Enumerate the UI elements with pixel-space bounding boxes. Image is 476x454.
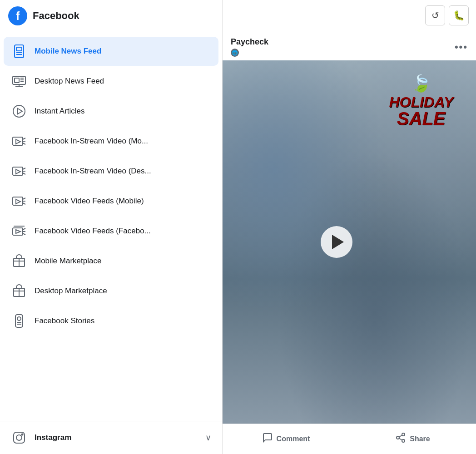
instagram-left: Instagram — [11, 429, 71, 446]
app-title: Facebook — [33, 10, 79, 22]
video-instream-desktop-icon — [11, 163, 27, 179]
sidebar-item-label: Mobile News Feed — [35, 47, 101, 56]
instagram-icon — [11, 429, 27, 446]
sidebar-item-fb-video-feeds-mobile[interactable]: Facebook Video Feeds (Mobile) — [4, 187, 218, 216]
svg-rect-18 — [13, 167, 23, 175]
instagram-label: Instagram — [35, 433, 71, 442]
svg-line-51 — [399, 435, 402, 437]
sidebar-item-label: Desktop Marketplace — [35, 286, 107, 296]
video-instream-mobile-icon — [11, 133, 27, 149]
globe-icon: 🌐 — [231, 49, 239, 57]
instagram-section: Instagram ∨ — [0, 421, 222, 454]
post-image-container: 🍃 HOLIDAY SALE — [223, 60, 476, 424]
holiday-sale-badge: 🍃 HOLIDAY SALE — [389, 74, 453, 128]
facebook-logo-icon: f — [8, 6, 27, 25]
sidebar-item-fb-instream-mobile[interactable]: Facebook In-Stream Video (Mo... — [4, 127, 218, 156]
sidebar-item-mobile-marketplace[interactable]: Mobile Marketplace — [4, 247, 218, 276]
sidebar-header: f Facebook — [0, 0, 222, 32]
more-options-button[interactable]: ••• — [455, 41, 468, 53]
svg-point-46 — [22, 434, 23, 435]
refresh-icon: ↺ — [431, 10, 439, 21]
sidebar-item-label: Facebook In-Stream Video (Des... — [35, 167, 151, 176]
svg-point-47 — [402, 433, 405, 436]
svg-point-45 — [16, 435, 22, 440]
sidebar-item-label: Facebook Video Feeds (Facebo... — [35, 227, 151, 236]
sidebar-item-fb-instream-desktop[interactable]: Facebook In-Stream Video (Des... — [4, 157, 218, 186]
sidebar-item-label: Mobile Marketplace — [35, 257, 101, 266]
sale-text: SALE — [389, 109, 453, 128]
sidebar-item-desktop-marketplace[interactable]: Desktop Marketplace — [4, 276, 218, 306]
desktop-marketplace-icon — [11, 283, 27, 299]
comment-label: Comment — [277, 435, 310, 443]
leaf-decoration: 🍃 — [389, 74, 453, 93]
post-card: Paycheck 🌐 ••• 🍃 HOLIDAY SALE — [223, 31, 476, 454]
comment-button[interactable]: Comment — [223, 428, 349, 450]
post-actions: Comment Share — [223, 424, 476, 454]
svg-marker-12 — [18, 109, 22, 114]
svg-rect-23 — [13, 197, 23, 205]
refresh-button[interactable]: ↺ — [425, 5, 445, 25]
post-title: Paycheck — [231, 37, 268, 47]
sidebar-item-label: Desktop News Feed — [35, 77, 104, 86]
sidebar-item-label: Instant Articles — [35, 107, 85, 116]
svg-marker-29 — [16, 230, 20, 233]
sidebar-item-desktop-news-feed[interactable]: Desktop News Feed — [4, 67, 218, 96]
svg-point-41 — [17, 317, 21, 321]
facebook-stories-icon — [11, 313, 27, 329]
share-button[interactable]: Share — [349, 428, 476, 450]
mobile-marketplace-icon — [11, 253, 27, 269]
share-label: Share — [410, 435, 430, 443]
post-title-area: Paycheck 🌐 — [231, 37, 268, 57]
main-content: ↺ 🐛 Paycheck 🌐 ••• 🍃 — [223, 0, 476, 454]
play-button[interactable] — [321, 226, 352, 258]
instagram-toggle[interactable]: Instagram ∨ — [4, 423, 218, 452]
svg-point-49 — [402, 439, 405, 442]
sidebar-item-instant-articles[interactable]: Instant Articles — [4, 97, 218, 126]
sidebar-item-facebook-stories[interactable]: Facebook Stories — [4, 306, 218, 336]
toolbar: ↺ 🐛 — [223, 0, 476, 31]
post-image: 🍃 HOLIDAY SALE — [223, 60, 476, 424]
mobile-feed-icon — [11, 43, 27, 59]
video-feeds-facebook-icon — [11, 223, 27, 239]
sidebar: f Facebook Mobile News Feed — [0, 0, 223, 454]
svg-rect-13 — [13, 137, 23, 145]
sidebar-item-mobile-news-feed[interactable]: Mobile News Feed — [4, 37, 218, 66]
post-header: Paycheck 🌐 ••• — [223, 31, 476, 60]
instant-articles-icon — [11, 103, 27, 119]
svg-point-11 — [13, 105, 25, 117]
sidebar-item-fb-video-feeds-facebook[interactable]: Facebook Video Feeds (Facebo... — [4, 217, 218, 246]
svg-marker-19 — [16, 169, 20, 174]
comment-icon — [262, 432, 273, 446]
sidebar-item-label: Facebook Video Feeds (Mobile) — [35, 197, 144, 206]
debug-button[interactable]: 🐛 — [449, 5, 469, 25]
holiday-text: HOLIDAY — [389, 95, 453, 109]
sidebar-item-label: Facebook Stories — [35, 316, 94, 326]
sidebar-nav: Mobile News Feed Desktop News Feed — [0, 32, 222, 421]
video-feeds-mobile-icon — [11, 193, 27, 209]
chevron-down-icon: ∨ — [205, 433, 211, 443]
svg-rect-1 — [16, 47, 22, 51]
svg-marker-14 — [16, 139, 20, 144]
desktop-feed-icon — [11, 73, 27, 89]
sidebar-item-label: Facebook In-Stream Video (Mo... — [35, 137, 148, 146]
debug-icon: 🐛 — [453, 10, 465, 21]
svg-point-48 — [397, 436, 399, 439]
play-triangle-icon — [332, 235, 344, 249]
post-meta: 🌐 — [231, 49, 268, 57]
svg-marker-24 — [16, 199, 20, 204]
share-icon — [395, 432, 406, 446]
svg-rect-7 — [15, 78, 19, 83]
svg-line-50 — [399, 439, 402, 440]
